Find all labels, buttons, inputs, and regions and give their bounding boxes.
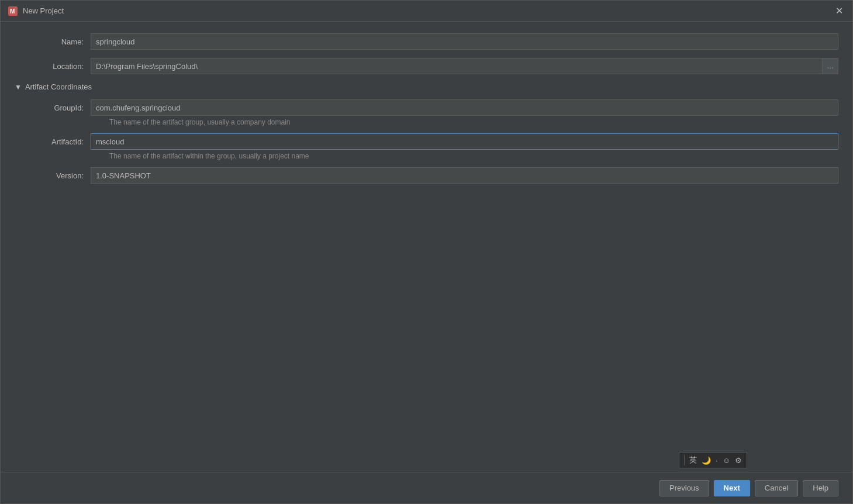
ime-bar: 英 🌙 · ☺ ⚙ <box>679 452 747 468</box>
ime-moon: 🌙 <box>702 456 711 465</box>
close-button[interactable]: ✕ <box>833 5 845 17</box>
groupid-hint: The name of the artifact group, usually … <box>109 118 838 126</box>
name-label: Name: <box>15 37 91 46</box>
artifact-section-header: ▼ Artifact Coordinates <box>15 82 838 91</box>
artifactid-row: ArtifactId: <box>26 133 838 150</box>
ime-gear: ⚙ <box>735 456 742 465</box>
artifactid-input[interactable] <box>91 133 838 150</box>
ime-dot: · <box>716 456 718 465</box>
version-row: Version: <box>26 167 838 184</box>
cancel-button[interactable]: Cancel <box>755 480 798 496</box>
previous-button[interactable]: Previous <box>659 480 709 496</box>
artifactid-hint: The name of the artifact within the grou… <box>109 152 838 160</box>
browse-button[interactable]: … <box>822 58 838 74</box>
ime-lang[interactable]: 英 <box>689 455 697 465</box>
section-toggle-icon[interactable]: ▼ <box>15 83 22 91</box>
ime-separator <box>684 455 685 465</box>
svg-text:M: M <box>10 8 15 15</box>
app-icon: M <box>8 6 18 16</box>
artifact-fields: GroupId: The name of the artifact group,… <box>26 99 838 184</box>
groupid-input[interactable] <box>91 99 838 116</box>
dialog-content: Name: Location: … ▼ Artifact Coordinates… <box>1 22 852 472</box>
groupid-label: GroupId: <box>26 103 91 112</box>
location-row: Location: … <box>15 58 838 74</box>
name-row: Name: <box>15 33 838 50</box>
name-input[interactable] <box>91 33 838 50</box>
groupid-row: GroupId: <box>26 99 838 116</box>
title-bar: M New Project ✕ <box>1 1 852 22</box>
help-button[interactable]: Help <box>803 480 838 496</box>
location-input-wrap: … <box>91 58 838 74</box>
next-button[interactable]: Next <box>714 480 750 496</box>
version-input[interactable] <box>91 167 838 184</box>
location-label: Location: <box>15 62 91 71</box>
location-input[interactable] <box>91 58 822 74</box>
artifact-section-title: Artifact Coordinates <box>25 82 92 91</box>
version-label: Version: <box>26 171 91 180</box>
new-project-dialog: M New Project ✕ Name: Location: … ▼ Arti… <box>0 0 853 504</box>
dialog-title: New Project <box>23 6 833 15</box>
artifactid-label: ArtifactId: <box>26 137 91 146</box>
dialog-footer: Previous Next Cancel Help <box>1 472 852 503</box>
ime-smiley: ☺ <box>723 456 730 465</box>
